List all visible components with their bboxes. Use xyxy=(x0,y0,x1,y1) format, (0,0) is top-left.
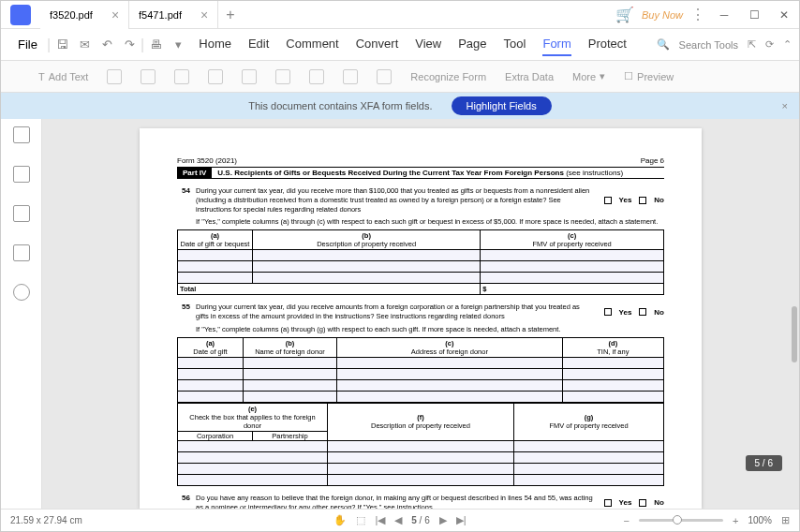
page-num: Page 6 xyxy=(641,156,664,165)
q56-yes-checkbox[interactable] xyxy=(604,499,612,507)
more-button[interactable]: More▾ xyxy=(572,70,605,82)
q54-yes-checkbox[interactable] xyxy=(604,197,612,204)
page-dimensions: 21.59 x 27.94 cm xyxy=(10,515,82,525)
menu-tool[interactable]: Tool xyxy=(504,33,526,56)
comments-icon[interactable] xyxy=(13,205,30,222)
table-55a: (a)Date of gift(b)Name of foreign donor(… xyxy=(177,337,664,403)
field-icon-3[interactable] xyxy=(174,69,189,84)
close-icon[interactable]: × xyxy=(111,7,119,22)
scrollbar-thumb[interactable] xyxy=(792,306,797,362)
note54: If "Yes," complete columns (a) through (… xyxy=(196,217,664,226)
highlight-fields-button[interactable]: Highlight Fields xyxy=(452,96,552,115)
menu-file[interactable]: File xyxy=(8,37,47,52)
tab-1[interactable]: f3520.pdf × xyxy=(40,1,129,29)
part-title: U.S. Recipients of Gifts or Bequests Rec… xyxy=(212,168,629,178)
table-54: (a)Date of gift or bequest(b)Description… xyxy=(177,229,664,295)
menu-edit[interactable]: Edit xyxy=(248,33,269,56)
chevron-icon[interactable]: ⌃ xyxy=(783,38,792,51)
q54-no-checkbox[interactable] xyxy=(639,197,646,204)
undo-icon[interactable]: ↶ xyxy=(96,34,118,56)
zoom-out-icon[interactable]: − xyxy=(624,515,630,526)
banner-msg: This document contains XFA form fields. xyxy=(248,100,432,111)
field-icon-7[interactable] xyxy=(309,69,324,84)
extra-data-button[interactable]: Extra Data xyxy=(505,71,554,82)
q55-num: 55 xyxy=(177,303,196,321)
app-logo xyxy=(10,5,31,25)
hand-tool-icon[interactable]: ✋ xyxy=(333,514,347,526)
close-icon[interactable]: × xyxy=(200,7,208,22)
pdf-page: Form 3520 (2021) Page 6 Part IV U.S. Rec… xyxy=(140,128,702,509)
kebab-icon[interactable]: ⋮ xyxy=(690,6,705,23)
field-icon-6[interactable] xyxy=(275,69,290,84)
search-tools[interactable]: Search Tools xyxy=(679,39,738,51)
table-55b: (e)Check the box that applies to the for… xyxy=(177,403,664,486)
external-icon[interactable]: ⇱ xyxy=(748,38,756,51)
q56-num: 56 xyxy=(177,494,196,509)
page-indicator: 5 / 6 xyxy=(746,455,782,471)
zoom-value[interactable]: 100% xyxy=(748,515,772,525)
zoom-slider[interactable] xyxy=(639,519,723,522)
recognize-form-button[interactable]: Recognize Form xyxy=(410,71,486,82)
sync-icon[interactable]: ⟳ xyxy=(765,38,774,51)
close-button[interactable]: ✕ xyxy=(773,4,795,26)
q56-no-checkbox[interactable] xyxy=(639,499,646,507)
search-icon[interactable]: 🔍 xyxy=(657,38,670,51)
attachments-icon[interactable] xyxy=(13,244,30,261)
add-text-button[interactable]: TAdd Text xyxy=(38,71,88,82)
field-icon-8[interactable] xyxy=(343,69,358,84)
cart-icon[interactable]: 🛒 xyxy=(615,6,634,23)
menu-home[interactable]: Home xyxy=(199,33,231,56)
redo-icon[interactable]: ↷ xyxy=(118,34,141,56)
minimize-button[interactable]: ─ xyxy=(713,4,735,26)
menu-convert[interactable]: Convert xyxy=(356,33,399,56)
fit-icon[interactable]: ⊞ xyxy=(781,514,790,526)
next-page-icon[interactable]: ▶ xyxy=(439,514,447,526)
field-icon-2[interactable] xyxy=(141,69,156,84)
q56-text: Do you have any reason to believe that t… xyxy=(196,494,595,509)
menu-form[interactable]: Form xyxy=(542,33,570,56)
maximize-button[interactable]: ☐ xyxy=(743,4,765,26)
new-tab-button[interactable]: + xyxy=(218,7,242,23)
field-icon-4[interactable] xyxy=(208,69,223,84)
last-page-icon[interactable]: ▶| xyxy=(456,514,467,526)
field-icon-1[interactable] xyxy=(107,69,122,84)
tab-2[interactable]: f5471.pdf × xyxy=(129,1,218,29)
banner-close-icon[interactable]: × xyxy=(782,100,788,111)
q54-num: 54 xyxy=(177,186,196,214)
field-icon-9[interactable] xyxy=(377,69,392,84)
preview-button[interactable]: ☐Preview xyxy=(624,70,674,82)
form-id: Form 3520 (2021) xyxy=(177,156,237,165)
bookmarks-icon[interactable] xyxy=(13,166,30,183)
buy-now-link[interactable]: Buy Now xyxy=(642,9,683,21)
menu-page[interactable]: Page xyxy=(458,33,486,56)
dropdown-icon[interactable]: ▾ xyxy=(167,34,189,56)
select-tool-icon[interactable]: ⬚ xyxy=(356,514,365,526)
q54-text: During your current tax year, did you re… xyxy=(196,186,595,214)
mail-icon[interactable]: ✉ xyxy=(73,34,96,56)
page-input[interactable]: 5 / 6 xyxy=(411,515,429,525)
q55-text: During your current tax year, did you re… xyxy=(196,303,595,321)
q55-no-checkbox[interactable] xyxy=(639,308,646,316)
prev-page-icon[interactable]: ◀ xyxy=(394,514,402,526)
tab-2-label: f5471.pdf xyxy=(139,9,182,21)
field-icon-5[interactable] xyxy=(242,69,257,84)
note55: If "Yes," complete columns (a) through (… xyxy=(196,325,664,333)
menu-protect[interactable]: Protect xyxy=(588,33,627,56)
search-panel-icon[interactable] xyxy=(13,284,30,301)
print-icon[interactable]: 🖶 xyxy=(144,34,167,56)
zoom-in-icon[interactable]: + xyxy=(733,515,738,526)
menu-comment[interactable]: Comment xyxy=(286,33,338,56)
tab-1-label: f3520.pdf xyxy=(50,9,93,21)
first-page-icon[interactable]: |◀ xyxy=(375,514,385,526)
q55-yes-checkbox[interactable] xyxy=(604,308,612,316)
thumbnails-icon[interactable] xyxy=(13,126,30,143)
save-icon[interactable]: 🖫 xyxy=(51,34,73,56)
part-badge: Part IV xyxy=(177,168,212,178)
menu-view[interactable]: View xyxy=(415,33,441,56)
